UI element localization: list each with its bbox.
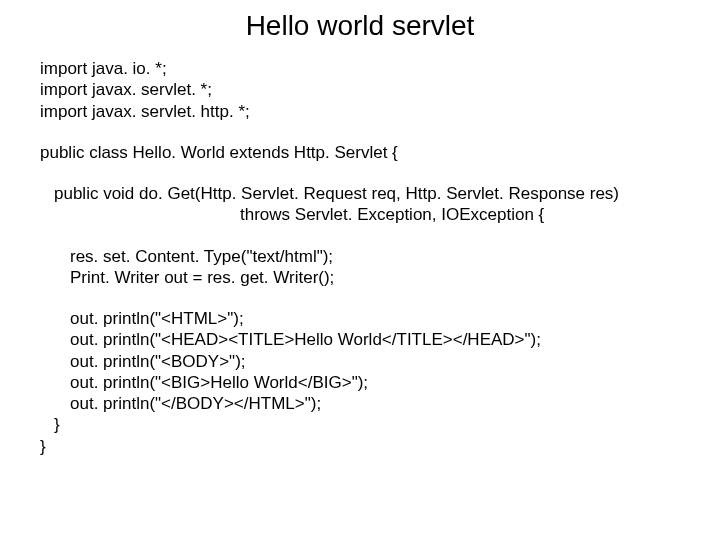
code-line: res. set. Content. Type("text/html"); [40,246,680,267]
slide-title: Hello world servlet [140,10,580,42]
code-line: import javax. servlet. http. *; [40,101,680,122]
code-line: out. println("<HEAD><TITLE>Hello World</… [40,329,680,350]
code-line: Print. Writer out = res. get. Writer(); [40,267,680,288]
code-line: out. println("</BODY></HTML>"); [40,393,680,414]
code-block: import java. io. *; import javax. servle… [40,58,680,457]
code-line: throws Servlet. Exception, IOException { [40,204,680,225]
code-line: out. println("<HTML>"); [40,308,680,329]
code-line: out. println("<BIG>Hello World</BIG>"); [40,372,680,393]
code-line: import javax. servlet. *; [40,79,680,100]
code-line: } [40,436,680,457]
code-line: import java. io. *; [40,58,680,79]
code-line: public class Hello. World extends Http. … [40,142,680,163]
code-line: public void do. Get(Http. Servlet. Reque… [40,183,680,204]
code-line: out. println("<BODY>"); [40,351,680,372]
code-line: } [40,414,680,435]
